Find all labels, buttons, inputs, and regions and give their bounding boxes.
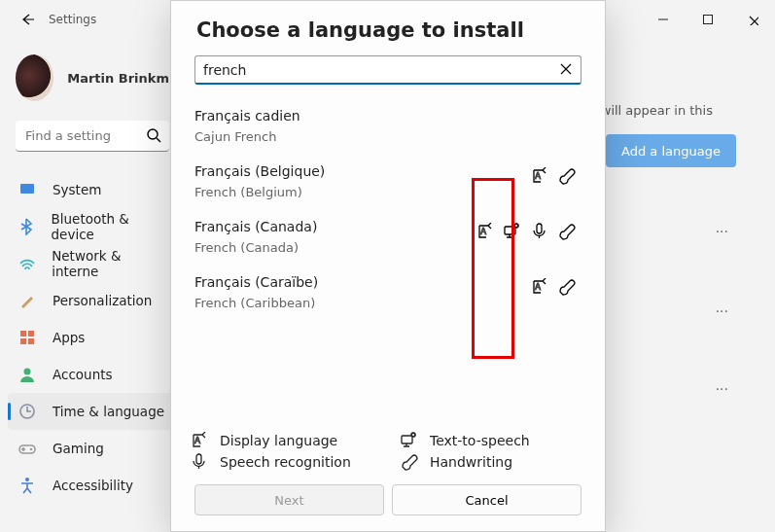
sidebar-item-label: Gaming <box>53 441 104 456</box>
cancel-button[interactable]: Cancel <box>392 484 581 515</box>
title-bar-text: Settings <box>49 13 96 26</box>
svg-rect-9 <box>20 338 26 344</box>
clear-search-button[interactable] <box>558 61 574 81</box>
sidebar-item-label: Accounts <box>53 367 113 382</box>
sidebar-item-label: Apps <box>53 330 85 345</box>
language-native-name: Français (Caraïbe) <box>194 274 581 290</box>
apps-icon <box>18 328 37 347</box>
language-option[interactable]: Français (Caraïbe)French (Caribbean) <box>194 265 581 320</box>
sidebar-item-label: Accessibility <box>53 478 133 493</box>
language-list: Français cadienCajun FrenchFrançais (Bel… <box>171 94 605 424</box>
sidebar-item-label: Personalization <box>53 293 152 308</box>
sidebar-item-bluetooth-device[interactable]: Bluetooth & device <box>8 208 177 245</box>
sidebar-item-accounts[interactable]: Accounts <box>8 356 177 393</box>
legend-speech-recognition: Speech recognition <box>191 453 375 471</box>
more-menu-1[interactable]: ··· <box>716 220 728 243</box>
time-language-icon <box>18 402 37 421</box>
language-english-name: French (Canada) <box>194 240 581 255</box>
handwriting-icon <box>401 453 418 471</box>
close-icon <box>558 61 574 77</box>
add-language-button[interactable]: Add a language <box>606 134 736 167</box>
sidebar-item-time-language[interactable]: Time & language <box>8 393 177 430</box>
language-option[interactable]: Français (Belgique)French (Belgium) <box>194 154 581 209</box>
legend-display-language: Display language <box>191 432 375 449</box>
avatar[interactable] <box>16 54 53 101</box>
bluetooth-icon <box>18 217 36 236</box>
accessibility-icon <box>18 476 37 495</box>
accounts-icon <box>18 365 37 384</box>
system-icon <box>18 180 37 199</box>
language-option[interactable]: Français (Canada)French (Canada) <box>194 209 581 265</box>
text-to-speech-icon <box>504 223 521 240</box>
profile-name: Martin Brinkm <box>67 71 169 86</box>
display-language-icon <box>191 432 208 449</box>
back-icon <box>19 12 35 27</box>
minimize-button[interactable] <box>641 4 686 35</box>
more-menu-2[interactable]: ··· <box>716 300 728 323</box>
svg-rect-6 <box>20 184 34 194</box>
sidebar-item-label: Network & interne <box>52 248 167 279</box>
svg-rect-8 <box>28 331 34 337</box>
speech-recognition-icon <box>191 453 208 471</box>
close-window-button[interactable] <box>730 4 775 35</box>
handwriting-icon <box>558 167 576 185</box>
legend-handwriting: Handwriting <box>401 453 585 471</box>
svg-rect-7 <box>20 331 26 337</box>
speech-recognition-icon <box>531 223 548 240</box>
sidebar-item-accessibility[interactable]: Accessibility <box>8 467 177 504</box>
language-native-name: Français cadien <box>194 108 581 124</box>
next-button: Next <box>194 484 384 515</box>
language-english-name: French (Caribbean) <box>194 296 581 310</box>
language-install-dialog: Choose a language to install Français ca… <box>170 0 606 532</box>
sidebar-nav: SystemBluetooth & deviceNetwork & intern… <box>8 171 177 504</box>
language-english-name: French (Belgium) <box>194 185 581 199</box>
svg-rect-5 <box>704 16 713 24</box>
language-english-name: Cajun French <box>194 129 581 144</box>
search-icon <box>146 127 161 147</box>
svg-point-14 <box>30 448 32 450</box>
close-icon <box>747 14 758 25</box>
legend-text-to-speech: Text-to-speech <box>401 432 585 449</box>
minimize-icon <box>657 14 669 25</box>
display-language-icon <box>531 278 548 296</box>
gaming-icon <box>18 439 37 458</box>
svg-point-15 <box>25 478 29 481</box>
handwriting-icon <box>558 223 576 240</box>
text-to-speech-icon <box>401 432 418 449</box>
sidebar-item-system[interactable]: System <box>8 171 177 208</box>
network-icon <box>18 254 36 273</box>
display-language-icon <box>531 167 548 185</box>
more-menu-3[interactable]: ··· <box>716 377 728 401</box>
back-button[interactable] <box>12 4 43 35</box>
sidebar-item-label: System <box>53 182 101 197</box>
language-option[interactable]: Français cadienCajun French <box>194 98 581 154</box>
sidebar-item-apps[interactable]: Apps <box>8 319 177 356</box>
language-search-input[interactable] <box>194 55 581 85</box>
maximize-button[interactable] <box>686 4 730 35</box>
sidebar-item-personalization[interactable]: Personalization <box>8 282 177 319</box>
language-native-name: Français (Belgique) <box>194 163 581 179</box>
dialog-title: Choose a language to install <box>171 1 605 52</box>
sidebar-item-label: Time & language <box>53 404 164 419</box>
display-language-icon <box>476 223 494 240</box>
handwriting-icon <box>558 278 576 296</box>
svg-point-11 <box>24 369 31 375</box>
sidebar-item-network-interne[interactable]: Network & interne <box>8 245 177 282</box>
svg-rect-10 <box>28 338 34 344</box>
maximize-icon <box>702 14 714 25</box>
personalization-icon <box>18 291 37 310</box>
sidebar-item-gaming[interactable]: Gaming <box>8 430 177 467</box>
sidebar-item-label: Bluetooth & device <box>52 211 167 242</box>
